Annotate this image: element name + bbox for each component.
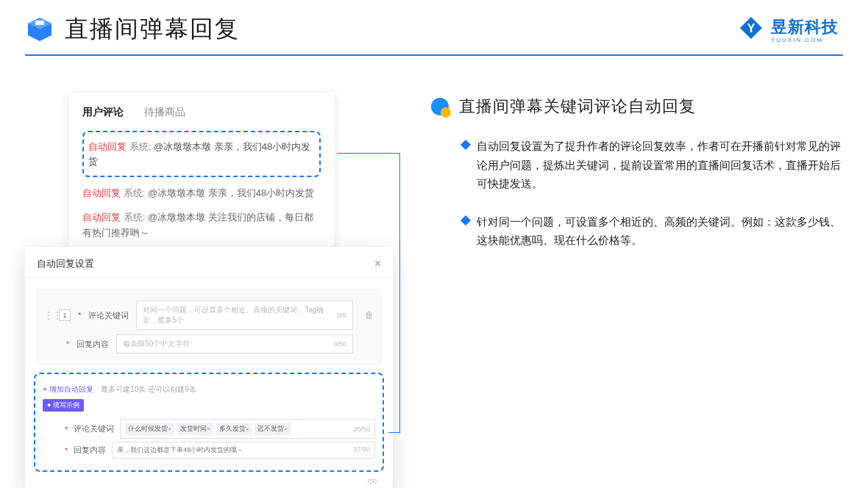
example-highlight: + 增加自动回复 最多可建10条 还可以创建9条 ● 填写示例 * 评论关键词 … bbox=[34, 373, 384, 472]
section-header: 直播间弹幕关键词评论自动回复 bbox=[430, 96, 843, 118]
bullet-list: 自动回复设置为了提升作者的评论回复效率，作者可在开播前针对常见的评论用户问题，提… bbox=[430, 137, 843, 250]
auto-reply-tag: 自动回复 bbox=[88, 141, 127, 152]
content-row: * 回复内容 每条限50个中文字符 0/50 bbox=[44, 334, 374, 354]
brand-text: 昱新科技 YUUXIN.COM bbox=[771, 16, 839, 43]
logo-icon bbox=[25, 15, 54, 44]
required-dot: * bbox=[65, 446, 68, 455]
tabs: 用户评论 待播商品 bbox=[82, 106, 321, 119]
connector-line bbox=[388, 432, 400, 433]
example-badge: ● 填写示例 bbox=[43, 399, 84, 412]
tab-products[interactable]: 待播商品 bbox=[144, 106, 185, 119]
add-reply-link[interactable]: + 增加自动回复 bbox=[43, 385, 93, 393]
keyword-chip: 发货时间× bbox=[177, 423, 213, 435]
diamond-icon bbox=[460, 215, 471, 225]
example-keyword-row: * 评论关键词 什么时候发货× 发货时间× 多久发货× 迟不发货× 20/50 bbox=[43, 419, 375, 439]
keyword-row: ⋮⋮ 1 * 评论关键词 对同一个问题，可设置多个相近、高频的关键词，Tag确定… bbox=[44, 301, 374, 330]
brand-name: 昱新科技 bbox=[771, 16, 839, 38]
ex-keyword-label: 评论关键词 bbox=[74, 423, 114, 434]
system-label: 系统: bbox=[129, 141, 152, 152]
header-left: 直播间弹幕回复 bbox=[25, 13, 240, 46]
content-input[interactable]: 每条限50个中文字符 0/50 bbox=[116, 334, 353, 354]
chip-remove-icon[interactable]: × bbox=[284, 426, 288, 432]
keyword-chip: 迟不发货× bbox=[255, 423, 291, 435]
system-label: 系统: bbox=[124, 187, 146, 198]
chip-remove-icon[interactable]: × bbox=[207, 426, 210, 432]
svg-text:Y: Y bbox=[747, 22, 755, 35]
brand-icon: Y bbox=[739, 15, 764, 43]
svg-marker-2 bbox=[35, 21, 44, 25]
comment-feed-card: 用户评论 待播商品 自动回复 系统: @冰墩墩本墩 亲亲，我们48小时内发货 自… bbox=[69, 93, 334, 270]
section-icon bbox=[430, 96, 450, 117]
required-dot: * bbox=[66, 340, 69, 348]
drag-handle-icon[interactable]: ⋮⋮ bbox=[44, 310, 51, 320]
counter: 37/50 bbox=[353, 445, 370, 455]
bullet-item: 针对同一个问题，可设置多个相近的、高频的关键词。例如：这款多少钱、这块能优惠吗、… bbox=[462, 212, 843, 250]
page-header: 直播间弹幕回复 Y 昱新科技 YUUXIN.COM bbox=[0, 0, 868, 54]
required-dot: * bbox=[78, 311, 81, 320]
page-title: 直播间弹幕回复 bbox=[65, 13, 240, 46]
placeholder-text: 每条限50个中文字符 bbox=[123, 339, 190, 349]
auto-reply-tag: 自动回复 bbox=[82, 187, 121, 198]
example-content-input[interactable]: 亲，我们这边都是下单48小时内发货的哦～ 37/50 bbox=[112, 442, 375, 459]
keyword-chip: 多久发货× bbox=[216, 423, 252, 435]
content-text: 亲，我们这边都是下单48小时内发货的哦～ bbox=[117, 445, 243, 455]
modal-title: 自动回复设置 bbox=[37, 257, 94, 270]
left-mockups: 用户评论 待播商品 自动回复 系统: @冰墩墩本墩 亲亲，我们48小时内发货 自… bbox=[25, 93, 400, 466]
add-hint: 最多可建10条 还可以创建9条 bbox=[101, 385, 196, 393]
required-dot: * bbox=[65, 425, 68, 434]
comment-line: 自动回复 系统: @冰墩墩本墩 关注我们的店铺，每日都有热门推荐哟～ bbox=[82, 210, 321, 241]
chip-remove-icon[interactable]: × bbox=[246, 426, 249, 432]
bottom-counter: /50 bbox=[25, 475, 393, 485]
ex-content-label: 回复内容 bbox=[74, 445, 106, 456]
keyword-label: 评论关键词 bbox=[88, 310, 129, 321]
content-label: 回复内容 bbox=[77, 339, 109, 350]
auto-reply-tag: 自动回复 bbox=[82, 212, 121, 223]
header-right: Y 昱新科技 YUUXIN.COM bbox=[739, 15, 839, 43]
chip-remove-icon[interactable]: × bbox=[168, 426, 171, 432]
highlighted-comment: 自动回复 系统: @冰墩墩本墩 亲亲，我们48小时内发货 bbox=[82, 131, 321, 177]
svg-point-6 bbox=[441, 107, 451, 118]
comment-line: 自动回复 系统: @冰墩墩本墩 亲亲，我们48小时内发货 bbox=[82, 186, 321, 201]
tab-comments[interactable]: 用户评论 bbox=[82, 106, 124, 119]
keyword-chip: 什么时候发货× bbox=[125, 423, 174, 435]
system-label: 系统: bbox=[124, 212, 146, 223]
row-number: 1 bbox=[59, 309, 71, 321]
bullet-text: 针对同一个问题，可设置多个相近的、高频的关键词。例如：这款多少钱、这块能优惠吗、… bbox=[477, 212, 843, 250]
placeholder-text: 对同一个问题，可设置多个相近、高频的关键词，Tag确定，最多5个 bbox=[143, 305, 337, 326]
comment-text: @冰墩墩本墩 亲亲，我们48小时内发货 bbox=[148, 187, 314, 198]
form-block: ⋮⋮ 1 * 评论关键词 对同一个问题，可设置多个相近、高频的关键词，Tag确定… bbox=[35, 289, 383, 365]
bullet-text: 自动回复设置为了提升作者的评论回复效率，作者可在开播前针对常见的评论用户问题，提… bbox=[477, 137, 843, 193]
diamond-icon bbox=[460, 140, 471, 150]
connector-line bbox=[337, 153, 400, 432]
section-title: 直播间弹幕关键词评论自动回复 bbox=[459, 96, 696, 118]
right-content: 直播间弹幕关键词评论自动回复 自动回复设置为了提升作者的评论回复效率，作者可在开… bbox=[430, 93, 843, 466]
bullet-item: 自动回复设置为了提升作者的评论回复效率，作者可在开播前针对常见的评论用户问题，提… bbox=[462, 137, 843, 193]
keyword-input[interactable]: 对同一个问题，可设置多个相近、高频的关键词，Tag确定，最多5个 0/5 bbox=[136, 301, 353, 330]
example-content-row: * 回复内容 亲，我们这边都是下单48小时内发货的哦～ 37/50 bbox=[43, 442, 375, 459]
